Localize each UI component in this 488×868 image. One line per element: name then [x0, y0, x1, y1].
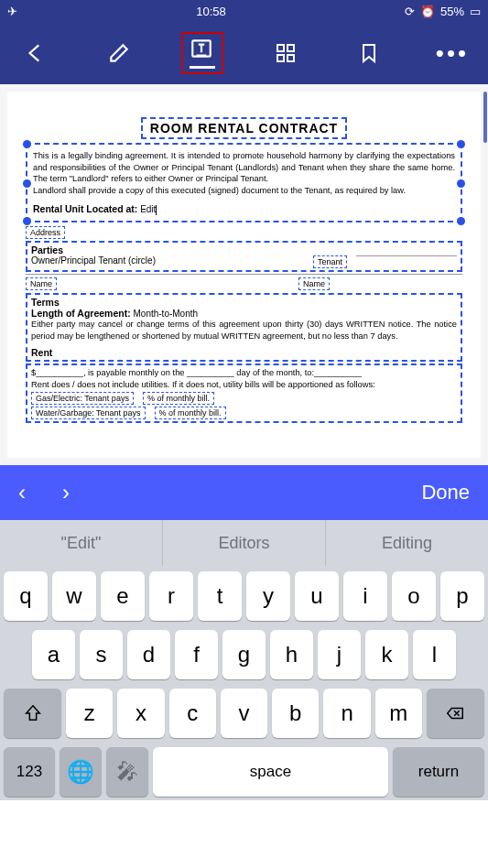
name-field-2[interactable]: Name [298, 277, 330, 290]
key-e[interactable]: e [101, 571, 145, 621]
key-p[interactable]: p [440, 571, 484, 621]
key-j[interactable]: j [318, 630, 361, 679]
key-l[interactable]: l [413, 630, 456, 679]
svg-rect-4 [287, 55, 294, 61]
key-z[interactable]: z [66, 689, 113, 738]
grid-view-button[interactable] [265, 32, 307, 74]
key-q[interactable]: q [4, 571, 48, 621]
doc-title[interactable]: ROOM RENTAL CONTRACT [141, 117, 347, 139]
key-c[interactable]: c [169, 689, 216, 738]
key-t[interactable]: t [198, 571, 242, 621]
key-o[interactable]: o [392, 571, 436, 621]
document-page[interactable]: ROOM RENTAL CONTRACT This is a legally b… [7, 92, 481, 458]
svg-rect-1 [277, 45, 284, 51]
edit-text-input[interactable]: Edit [140, 204, 156, 214]
globe-key[interactable]: 🌐 [60, 747, 102, 797]
key-y[interactable]: y [246, 571, 290, 621]
mic-key[interactable]: 🎤︎ [106, 747, 148, 797]
key-u[interactable]: u [295, 571, 339, 621]
key-f[interactable]: f [175, 630, 218, 679]
key-a[interactable]: a [32, 630, 75, 679]
key-row-4: 123 🌐 🎤︎ space return [4, 747, 484, 797]
keyboard: q w e r t y u i o p a s d f g h j k l z … [0, 566, 488, 800]
svg-rect-2 [287, 45, 294, 51]
address-field[interactable]: Address [26, 226, 65, 239]
key-i[interactable]: i [343, 571, 387, 621]
battery-icon: ▭ [470, 5, 481, 18]
space-key[interactable]: space [153, 747, 388, 797]
key-r[interactable]: r [149, 571, 193, 621]
scroll-indicator [483, 92, 487, 143]
more-button[interactable]: ••• [431, 32, 473, 74]
key-n[interactable]: n [323, 689, 370, 738]
airplane-icon: ✈︎ [7, 5, 17, 18]
orientation-lock-icon: ⟳ [405, 5, 415, 18]
app-toolbar: ••• [0, 22, 488, 84]
suggestion-3[interactable]: Editing [326, 520, 488, 566]
text-edit-button[interactable] [181, 32, 223, 74]
prev-field-button[interactable]: ‹ [18, 480, 26, 505]
back-button[interactable] [15, 32, 57, 74]
name-field-1[interactable]: Name [26, 277, 57, 290]
alarm-icon: ⏰ [420, 5, 435, 18]
key-row-2: a s d f g h j k l [4, 630, 484, 679]
terms-block[interactable]: Terms Length of Agreement: Month-to-Mont… [26, 293, 462, 362]
suggestion-2[interactable]: Editors [163, 520, 326, 566]
document-viewport[interactable]: ROOM RENTAL CONTRACT This is a legally b… [0, 84, 488, 465]
svg-rect-3 [277, 55, 284, 61]
key-k[interactable]: k [365, 630, 408, 679]
shift-key[interactable] [4, 689, 61, 738]
key-m[interactable]: m [375, 689, 422, 738]
numbers-key[interactable]: 123 [4, 747, 55, 797]
suggestion-1[interactable]: "Edit" [0, 520, 163, 566]
key-h[interactable]: h [270, 630, 313, 679]
bookmark-button[interactable] [348, 32, 390, 74]
battery-percent: 55% [440, 5, 464, 18]
keyboard-accessory: ‹ › Done [0, 465, 488, 520]
key-v[interactable]: v [221, 689, 267, 738]
status-bar: ✈︎ 10:58 ⟳ ⏰ 55% ▭ [0, 0, 488, 22]
done-button[interactable]: Done [421, 481, 470, 505]
suggestion-bar: "Edit" Editors Editing [0, 520, 488, 566]
key-w[interactable]: w [52, 571, 96, 621]
intro-paragraph-2: Landlord shall provide a copy of this ex… [33, 185, 455, 197]
key-g[interactable]: g [222, 630, 266, 679]
parties-block[interactable]: Parties Owner/Principal Tenant (circle) … [26, 241, 462, 272]
backspace-key[interactable] [427, 689, 484, 738]
next-field-button[interactable]: › [62, 480, 70, 505]
annotate-button[interactable] [98, 32, 140, 74]
key-row-1: q w e r t y u i o p [4, 571, 484, 621]
return-key[interactable]: return [393, 747, 484, 797]
intro-paragraph-1: This is a legally binding agreement. It … [33, 150, 455, 185]
key-s[interactable]: s [80, 630, 123, 679]
rental-unit-label: Rental Unit Located at: [33, 203, 137, 214]
key-b[interactable]: b [272, 689, 319, 738]
status-time: 10:58 [196, 5, 226, 18]
key-row-3: z x c v b n m [4, 689, 484, 738]
selected-text-block[interactable]: This is a legally binding agreement. It … [26, 143, 462, 222]
key-d[interactable]: d [127, 630, 170, 679]
rent-detail-block[interactable]: $__________, is payable monthly on the _… [26, 363, 462, 423]
key-x[interactable]: x [117, 689, 164, 738]
